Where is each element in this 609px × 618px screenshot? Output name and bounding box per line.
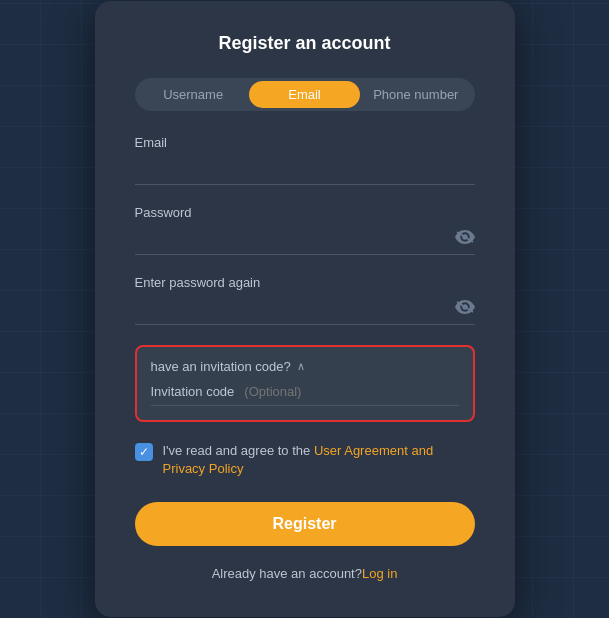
tab-phone[interactable]: Phone number xyxy=(360,81,471,108)
invitation-box: have an invitation code? ∧ Invitation co… xyxy=(135,345,475,422)
invitation-toggle[interactable]: have an invitation code? ∧ xyxy=(151,359,459,374)
modal-title: Register an account xyxy=(135,33,475,54)
password-eye-icon[interactable] xyxy=(455,228,475,249)
agreement-row: ✓ I've read and agree to the User Agreem… xyxy=(135,442,475,478)
agreement-checkbox[interactable]: ✓ xyxy=(135,443,153,461)
login-link[interactable]: Log in xyxy=(362,566,397,581)
confirm-password-label: Enter password again xyxy=(135,275,475,290)
confirm-password-input[interactable] xyxy=(135,296,475,325)
agreement-text: I've read and agree to the User Agreemen… xyxy=(163,442,475,478)
invitation-code-input[interactable] xyxy=(244,384,458,399)
register-button[interactable]: Register xyxy=(135,502,475,546)
password-input[interactable] xyxy=(135,226,475,255)
agreement-text-before: I've read and agree to the xyxy=(163,443,314,458)
confirm-password-group: Enter password again xyxy=(135,275,475,325)
tab-username[interactable]: Username xyxy=(138,81,249,108)
confirm-password-eye-icon[interactable] xyxy=(455,298,475,319)
email-label: Email xyxy=(135,135,475,150)
already-have-account-text: Already have an account? xyxy=(212,566,362,581)
login-row: Already have an account?Log in xyxy=(135,566,475,581)
email-input[interactable] xyxy=(135,156,475,185)
check-icon: ✓ xyxy=(139,446,149,458)
email-group: Email xyxy=(135,135,475,185)
chevron-up-icon: ∧ xyxy=(297,360,305,373)
invitation-toggle-label: have an invitation code? xyxy=(151,359,291,374)
tab-email[interactable]: Email xyxy=(249,81,360,108)
invitation-code-row: Invitation code xyxy=(151,384,459,406)
invitation-code-label: Invitation code xyxy=(151,384,235,399)
register-modal: Register an account Username Email Phone… xyxy=(95,1,515,617)
tab-switcher: Username Email Phone number xyxy=(135,78,475,111)
password-label: Password xyxy=(135,205,475,220)
password-group: Password xyxy=(135,205,475,255)
